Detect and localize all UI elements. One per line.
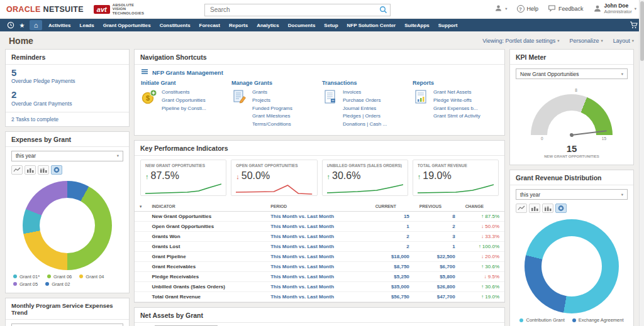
shortcut-link[interactable]: Projects: [252, 97, 292, 105]
shortcut-link[interactable]: Grant Net Assets: [433, 89, 480, 97]
col-header-indicator[interactable]: INDICATOR: [147, 202, 265, 212]
previous-value[interactable]: 2: [414, 221, 460, 231]
nav-item-constituents[interactable]: Constituents: [155, 23, 195, 28]
kpi-gauge[interactable]: 8 0 15 15 NEW GRANT OPPORTUNITIES: [510, 83, 633, 165]
kpi-tile[interactable]: NEW GRANT OPPORTUNITIES ↑87.5%: [140, 160, 226, 196]
nav-item-reports[interactable]: Reports: [225, 23, 252, 28]
kpi-tile[interactable]: UNBILLED GRANTS (SALES ORDERS) ↑30.6%: [322, 160, 408, 196]
current-value[interactable]: 2: [370, 231, 414, 241]
kpi-tile[interactable]: OPEN GRANT OPPORTUNITIES ↓50.0%: [231, 160, 317, 196]
recent-records-icon[interactable]: [5, 20, 16, 30]
nav-item-support[interactable]: Support: [434, 23, 462, 28]
shortcut-link[interactable]: Grant Expenses b...: [433, 105, 480, 113]
donut-chart-icon[interactable]: [555, 204, 567, 213]
current-value[interactable]: 2: [370, 241, 414, 251]
col-header-previous[interactable]: PREVIOUS: [414, 202, 460, 212]
shortcut-link[interactable]: Donations | Cash ...: [343, 121, 387, 129]
shortcut-link[interactable]: Grant Milestones: [252, 112, 292, 121]
nav-item-forecast[interactable]: Forecast: [195, 23, 225, 28]
reminder-count[interactable]: 2: [11, 89, 123, 100]
current-value[interactable]: $35,000: [370, 281, 414, 291]
cart-icon[interactable]: [628, 20, 639, 30]
roles-menu[interactable]: ▾: [494, 4, 507, 13]
legend-item[interactable]: Contribution Grant: [519, 317, 564, 323]
previous-value[interactable]: $6,700: [414, 261, 460, 271]
period-link[interactable]: This Month vs. Last Month: [265, 261, 370, 271]
nav-item-nfp-solution-center[interactable]: NFP Solution Center: [343, 23, 401, 28]
help-menu[interactable]: ? Help: [517, 5, 539, 13]
current-value[interactable]: 15: [370, 211, 414, 221]
stacked-chart-icon[interactable]: [542, 204, 553, 213]
current-value[interactable]: $8,750: [370, 261, 414, 271]
shortcut-link[interactable]: Funded Programs: [252, 105, 292, 113]
shortcut-link[interactable]: Grants: [252, 89, 292, 97]
revenue-donut-chart[interactable]: [525, 219, 619, 313]
personalize-menu[interactable]: Personalize▾: [569, 38, 602, 44]
nav-item-analytics[interactable]: Analytics: [252, 23, 284, 28]
page-scrollbar[interactable]: [639, 0, 644, 326]
expenses-frequency-select[interactable]: Monthly ▾: [11, 323, 123, 326]
nav-item-setup[interactable]: Setup: [319, 23, 342, 28]
search-icon[interactable]: [379, 5, 387, 16]
line-chart-icon[interactable]: [11, 165, 23, 175]
col-header-current[interactable]: CURRENT: [370, 202, 414, 212]
filter-caret-icon[interactable]: ▾: [135, 202, 147, 212]
shortcut-link[interactable]: Journal Entries: [343, 105, 387, 113]
period-link[interactable]: This Month vs. Last Month: [265, 241, 370, 251]
stacked-chart-icon[interactable]: [38, 165, 49, 175]
legend-item[interactable]: Grant 05: [13, 281, 38, 287]
previous-value[interactable]: $22,500: [414, 251, 460, 261]
home-icon[interactable]: ⌂: [30, 20, 42, 30]
reminder-link[interactable]: Overdue Pledge Payments: [11, 78, 123, 84]
shortcut-link[interactable]: Grant Stmt of Activity: [433, 112, 480, 121]
shortcut-link[interactable]: Grant Opportunities: [162, 97, 206, 105]
nav-item-activities[interactable]: Activities: [44, 23, 75, 28]
period-link[interactable]: This Month vs. Last Month: [265, 251, 370, 261]
shortcut-link[interactable]: Purchase Orders: [343, 97, 387, 105]
user-menu[interactable]: John Doe Administrator ▾: [593, 3, 636, 14]
legend-item[interactable]: Grant 06: [47, 274, 72, 280]
previous-value[interactable]: $5,800: [414, 271, 460, 281]
period-link[interactable]: This Month vs. Last Month: [265, 221, 370, 231]
previous-value[interactable]: 1: [414, 241, 460, 251]
bar-chart-icon[interactable]: [25, 165, 36, 175]
shortcut-link[interactable]: Invoices: [343, 89, 387, 97]
revenue-range-select[interactable]: this year ▾: [516, 189, 628, 200]
nav-item-documents[interactable]: Documents: [284, 23, 320, 28]
bar-chart-icon[interactable]: [529, 204, 540, 213]
nav-item-leads[interactable]: Leads: [75, 23, 99, 28]
feedback-menu[interactable]: Feedback: [548, 4, 584, 13]
reminder-link[interactable]: Overdue Grant Payments: [11, 101, 123, 107]
current-value[interactable]: $18,000: [370, 251, 414, 261]
shortcut-link[interactable]: Pledge Write-offs: [433, 97, 480, 105]
nav-item-suiteapps[interactable]: SuiteApps: [400, 23, 434, 28]
oracle-netsuite-logo[interactable]: ORACLE NETSUITE: [6, 5, 84, 14]
period-link[interactable]: This Month vs. Last Month: [265, 231, 370, 241]
shortcut-link[interactable]: Pledges | Orders: [343, 112, 387, 121]
legend-item[interactable]: Grant 01*: [13, 274, 40, 280]
previous-value[interactable]: $47,700: [414, 291, 460, 302]
expenses-donut-chart[interactable]: [23, 181, 112, 270]
nav-item-grant-opportunities[interactable]: Grant Opportunities: [99, 23, 155, 28]
legend-item[interactable]: Grant 02: [45, 281, 70, 287]
current-value[interactable]: $5,250: [370, 271, 414, 281]
shortcut-link[interactable]: Terms/Conditions: [252, 121, 292, 129]
kpi-tile[interactable]: TOTAL GRANT REVENUE ↑19.0%: [413, 160, 499, 196]
viewing-portlet-date-settings[interactable]: Viewing: Portlet date settings▾: [482, 38, 559, 44]
period-link[interactable]: This Month vs. Last Month: [265, 291, 370, 302]
period-link[interactable]: This Month vs. Last Month: [265, 211, 370, 221]
previous-value[interactable]: $26,800: [414, 281, 460, 291]
col-header-period[interactable]: PERIOD: [265, 202, 370, 212]
line-chart-icon[interactable]: [516, 204, 527, 213]
previous-value[interactable]: 3: [414, 231, 460, 241]
previous-value[interactable]: 8: [414, 211, 460, 221]
kpi-meter-metric-select[interactable]: New Grant Opportunities ▾: [516, 68, 628, 79]
reminder-count[interactable]: 5: [11, 67, 123, 78]
current-value[interactable]: $56,750: [370, 291, 414, 302]
period-link[interactable]: This Month vs. Last Month: [265, 271, 370, 281]
shortcut-link[interactable]: Constituents: [162, 89, 206, 97]
tasks-to-complete-link[interactable]: 2 Tasks to complete: [6, 112, 129, 126]
donut-chart-icon[interactable]: [51, 165, 62, 175]
current-value[interactable]: 1: [370, 221, 414, 231]
expenses-range-select[interactable]: this year ▾: [11, 151, 123, 161]
